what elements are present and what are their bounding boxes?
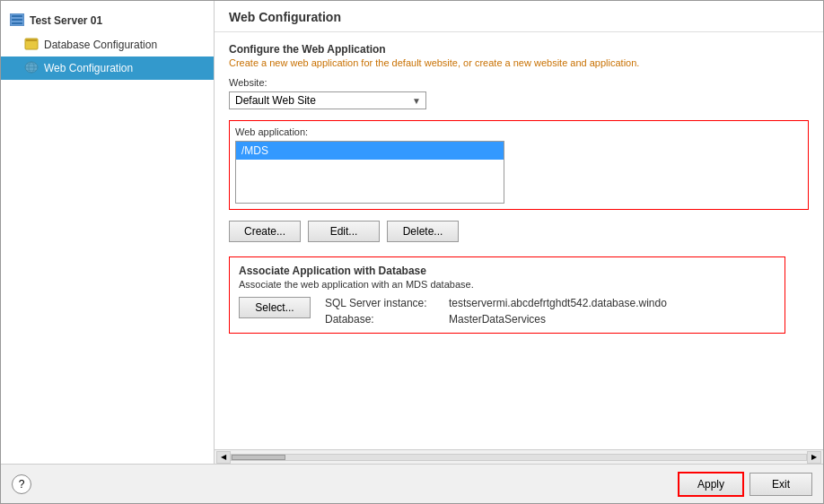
webapp-btn-row: Create... Edit... Delete... xyxy=(229,221,809,242)
edit-button[interactable]: Edit... xyxy=(308,221,380,242)
main-panel: Web Configuration Configure the Web Appl… xyxy=(215,1,823,464)
section1-title: Configure the Web Application xyxy=(229,43,809,56)
panel-title: Web Configuration xyxy=(215,1,823,32)
webapp-list-item[interactable]: /MDS xyxy=(236,142,504,160)
website-select-wrapper: Default Web Site ▼ xyxy=(229,91,426,109)
sql-server-value: testservermi.abcdefrtghdt542.database.wi… xyxy=(449,297,667,309)
assoc-box: Associate Application with Database Asso… xyxy=(229,256,785,334)
help-button[interactable]: ? xyxy=(12,474,31,494)
sql-server-label: SQL Server instance: xyxy=(325,297,442,309)
sidebar-item-label-web: Web Configuration xyxy=(44,62,133,74)
web-icon xyxy=(24,61,39,75)
website-label: Website: xyxy=(229,77,809,88)
sql-server-row: SQL Server instance: testservermi.abcdef… xyxy=(325,297,667,309)
website-select[interactable]: Default Web Site xyxy=(229,91,426,109)
apply-button[interactable]: Apply xyxy=(678,472,744,497)
sidebar-item-database-config[interactable]: Database Configuration xyxy=(1,33,214,56)
delete-button[interactable]: Delete... xyxy=(387,221,459,242)
assoc-right: SQL Server instance: testservermi.abcdef… xyxy=(325,297,667,326)
create-button[interactable]: Create... xyxy=(229,221,301,242)
server-icon xyxy=(10,13,24,28)
database-row: Database: MasterDataServices xyxy=(325,313,667,326)
sidebar-item-web-config[interactable]: Web Configuration xyxy=(1,56,214,80)
sidebar: Test Server 01 Database Configuration xyxy=(1,1,215,464)
hscroll-bar: ◀ ▶ xyxy=(215,449,823,464)
content-area: Test Server 01 Database Configuration xyxy=(1,1,823,464)
svg-rect-2 xyxy=(12,19,22,21)
database-label: Database: xyxy=(325,313,442,326)
exit-button[interactable]: Exit xyxy=(749,473,812,496)
svg-rect-1 xyxy=(12,15,22,17)
server-name: Test Server 01 xyxy=(30,14,102,27)
main-window: Test Server 01 Database Configuration xyxy=(0,0,824,504)
database-icon xyxy=(24,38,39,52)
assoc-box-desc: Associate the web application with an MD… xyxy=(239,279,776,290)
select-button[interactable]: Select... xyxy=(239,297,311,318)
svg-rect-5 xyxy=(26,39,37,41)
panel-content: Configure the Web Application Create a n… xyxy=(215,32,823,449)
webapp-box-label: Web application: xyxy=(235,126,802,137)
webapp-box: Web application: /MDS xyxy=(229,120,809,210)
hscroll-thumb[interactable] xyxy=(232,455,285,460)
sidebar-item-label-database: Database Configuration xyxy=(44,39,157,51)
sidebar-server: Test Server 01 xyxy=(1,8,214,33)
webapp-list[interactable]: /MDS xyxy=(235,141,504,204)
hscroll-left-btn[interactable]: ◀ xyxy=(216,451,231,464)
assoc-inner: Select... SQL Server instance: testserve… xyxy=(239,297,776,326)
hscroll-right-btn[interactable]: ▶ xyxy=(807,451,821,464)
footer: ? Apply Exit xyxy=(1,464,823,503)
svg-rect-3 xyxy=(12,22,22,24)
assoc-box-title: Associate Application with Database xyxy=(239,265,776,277)
section1-desc: Create a new web application for the def… xyxy=(229,57,809,68)
hscroll-track[interactable] xyxy=(231,454,807,461)
database-value: MasterDataServices xyxy=(449,313,546,326)
